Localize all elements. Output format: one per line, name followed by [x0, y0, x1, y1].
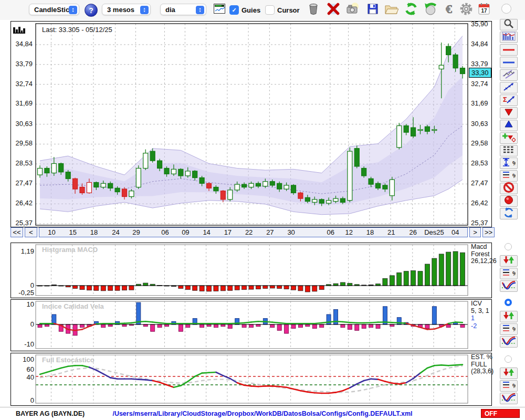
indicator-panel-tool-button[interactable]: [500, 32, 518, 43]
icv-levels-percent-button[interactable]: %: [500, 323, 518, 335]
signal-arrows-icon: [502, 311, 516, 322]
date-tick-label: 17: [224, 228, 232, 236]
svg-text:1,19: 1,19: [21, 247, 34, 255]
date-axis: 1015182429060914172227300612182126Des250…: [39, 227, 468, 237]
stochastic-radio[interactable]: [505, 355, 512, 363]
settings-icon: [459, 2, 473, 18]
arrow-up-tool-button[interactable]: [500, 120, 518, 131]
channel-tool-button[interactable]: [500, 69, 518, 81]
date-tick-label: 04: [452, 228, 459, 236]
trash-button[interactable]: [306, 3, 320, 17]
nav-prev-button[interactable]: <: [25, 227, 37, 237]
stochastic-signal-curve-button[interactable]: [500, 393, 518, 404]
date-tick-label: 14: [203, 228, 210, 236]
macd-title: Histgrama MACD: [42, 246, 98, 254]
price-tick-label: 28,53: [471, 159, 488, 167]
price-tick-label: 27,47: [12, 179, 33, 187]
price-tick-label: 31,69: [12, 99, 33, 107]
icv-bar-value: -2: [471, 323, 477, 330]
guies-label: Guies: [242, 6, 260, 14]
macd-radio[interactable]: [505, 243, 512, 250]
price-tick-label: 26,42: [471, 199, 488, 207]
save-button[interactable]: [365, 3, 380, 17]
channel-icon: [502, 69, 516, 81]
chart-type-select[interactable]: CandleSticks ▲▼: [29, 4, 79, 15]
macd-signal-curve-button[interactable]: [500, 280, 518, 292]
chart-window-icon: [214, 4, 225, 16]
svg-text:%: %: [512, 270, 516, 277]
date-tick-label: 18: [366, 228, 374, 236]
icv-title: Indice Calidad Vela: [42, 302, 104, 310]
icv-signal-arrows-button[interactable]: [500, 311, 518, 322]
period-select[interactable]: dia ▲▼: [160, 4, 206, 15]
nav-next-button[interactable]: >: [469, 227, 481, 237]
blue-hline-tool-button[interactable]: [500, 57, 518, 68]
arrow-down-icon: [503, 107, 514, 119]
help-button[interactable]: ?: [85, 4, 98, 17]
undo-icon: [424, 2, 437, 18]
macd-right-label: Macd Forest 26,12,26: [471, 244, 497, 265]
checkbox-box-icon: [265, 5, 275, 15]
symbol-label: BAYER AG (BAYN.DE): [16, 410, 85, 417]
calendar-button[interactable]: 17: [477, 3, 491, 17]
save-icon: [366, 3, 379, 17]
date-tick-label: 21: [387, 228, 395, 236]
stochastic-signal-arrows-button[interactable]: [500, 368, 518, 379]
signal-curve-icon: [501, 335, 516, 349]
cursor-checkbox[interactable]: Cursor: [265, 5, 300, 15]
forbidden-tool-button[interactable]: [500, 183, 518, 194]
chart-window-button[interactable]: [212, 3, 226, 17]
trendline-tool-button[interactable]: [500, 82, 518, 93]
signal-curve-icon: [501, 279, 516, 293]
stochastic-levels-percent-button[interactable]: %: [500, 380, 518, 392]
settings-button[interactable]: [459, 3, 473, 17]
off-button[interactable]: OFF: [481, 409, 520, 418]
date-tick-label: 10: [48, 228, 55, 236]
nav-first-button[interactable]: <<: [10, 227, 23, 237]
snapshot-button[interactable]: [345, 3, 360, 17]
main-chart-panel: [10, 21, 492, 227]
toolbar: CandleSticks ▲▼ ? 3 mesos ▲▼ dia ▲▼ ✓ Gu…: [0, 0, 525, 20]
histogram-mini-icon[interactable]: [13, 26, 27, 36]
range-select[interactable]: 3 mesos ▲▼: [102, 4, 151, 15]
refresh-icon: [404, 2, 418, 18]
calendar-icon: 17: [478, 2, 490, 17]
sigma-trendline-tool-button[interactable]: Σ: [500, 94, 518, 106]
sync-tool-button[interactable]: [500, 208, 518, 219]
guies-checkbox[interactable]: ✓ Guies: [229, 5, 260, 15]
macd-levels-percent-button[interactable]: %: [500, 268, 518, 279]
icv-radio[interactable]: [505, 299, 512, 306]
candlestick-chart: [11, 22, 491, 226]
zoom-tool-button[interactable]: [500, 19, 518, 30]
macd-signal-arrows-button[interactable]: [500, 255, 518, 267]
record-tool-button[interactable]: [500, 195, 518, 207]
snapshot-icon: [345, 3, 360, 17]
price-tick-label: 34,84: [471, 40, 488, 48]
open-button[interactable]: [384, 3, 398, 17]
blue-hline-icon: [502, 58, 515, 67]
date-tick-label: 22: [245, 228, 253, 236]
vertical-range-percent-icon: %: [502, 157, 516, 170]
stochastic-title: Full Estocástico: [42, 356, 94, 364]
date-tick-label: 06: [161, 228, 169, 236]
dashed-lines-tool-button[interactable]: [500, 145, 518, 156]
zoom-icon: [503, 18, 514, 31]
refresh-button[interactable]: [404, 3, 418, 17]
config-path-link[interactable]: /Users/mserra/Library/CloudStorage/Dropb…: [79, 410, 446, 417]
currency-euro-icon: €: [443, 2, 455, 18]
icv-line-value: 1: [471, 315, 475, 322]
last-price-label: Last: 33.305 - 05/12/25: [42, 26, 112, 34]
vertical-range-percent-tool-button[interactable]: %: [500, 158, 518, 169]
undo-button[interactable]: [423, 3, 437, 17]
add-signal-tool-button[interactable]: [500, 132, 518, 144]
date-tick-label: 27: [266, 228, 274, 236]
red-hline-tool-button[interactable]: [500, 44, 518, 56]
window-circle-icon[interactable]: [501, 4, 511, 14]
currency-euro-button[interactable]: €: [442, 3, 456, 17]
delete-button[interactable]: [326, 3, 340, 17]
nav-last-button[interactable]: >>: [482, 227, 495, 237]
range-value: 3 mesos: [107, 6, 134, 14]
icv-signal-curve-button[interactable]: [500, 336, 518, 348]
arrow-down-tool-button[interactable]: [500, 107, 518, 119]
levels-percent-tool-button[interactable]: %: [500, 170, 518, 182]
